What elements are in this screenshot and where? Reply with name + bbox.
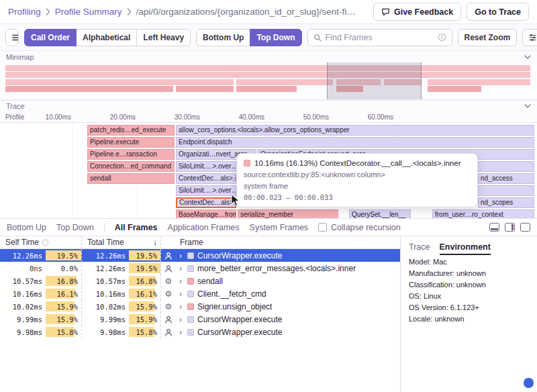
frame-header[interactable]: Frame	[176, 238, 400, 247]
reset-zoom-button[interactable]: Reset Zoom	[458, 29, 518, 46]
flame-frame[interactable]: nd_scopes	[478, 197, 534, 208]
flame-frame[interactable]: patch_redis…ed_execute	[87, 125, 175, 136]
flame-frame[interactable]: ContextDec…als>.i…	[176, 173, 236, 184]
maximize-panel-icon[interactable]	[520, 223, 530, 232]
table-row[interactable]: 0ns 0.0% 12.26ms 19.5% ›more_better_erro…	[0, 262, 400, 275]
detail-field-os-version: OS Version:6.1.123+	[409, 303, 529, 312]
tab-bottom-up[interactable]: Bottom Up	[7, 223, 46, 232]
expand-caret-icon[interactable]: ›	[177, 302, 184, 311]
expand-caret-icon[interactable]: ›	[177, 328, 184, 337]
flame-frame[interactable]: sendall	[87, 173, 175, 184]
view-bottom-up[interactable]: Bottom Up	[196, 29, 250, 46]
axis-tick-label: 50.00ms	[289, 113, 329, 121]
tab-system-frames[interactable]: System Frames	[250, 223, 309, 232]
system-frame-gear-icon: ⚙	[161, 275, 176, 287]
tab-top-down[interactable]: Top Down	[56, 223, 94, 232]
frame-cell: ›CursorWrapper.execute	[176, 326, 400, 338]
flame-frame[interactable]: Pipeline.e…ransaction	[87, 149, 175, 160]
chevron-right-icon	[46, 8, 50, 15]
table-row[interactable]: 10.16ms 16.1% 10.16ms 16.1% ⚙ ›Client.__…	[0, 287, 400, 300]
color-coding-selector[interactable]: Color Coding	[522, 29, 537, 46]
dock-bottom-icon[interactable]	[489, 223, 499, 232]
tab-all-frames[interactable]: All Frames	[115, 223, 158, 232]
total-time-header[interactable]: Total Time ↓	[82, 236, 161, 248]
table-row[interactable]: 12.26ms 19.5% 12.26ms 19.5% ›CursorWrapp…	[0, 249, 400, 262]
flame-frame[interactable]: SiloLimit.…>.over…	[176, 161, 236, 172]
flame-frame[interactable]: BaseManage…from_c…	[176, 209, 236, 218]
minimap-block	[236, 86, 297, 92]
tab-application-frames[interactable]: Application Frames	[168, 223, 240, 232]
minimap-viewport[interactable]	[327, 62, 422, 99]
flame-frame-hovered[interactable]: ContextDec…als>.i…	[176, 197, 236, 208]
self-weight-cell: 0.0%	[46, 262, 82, 275]
self-time-cell: 10.02ms	[0, 300, 46, 313]
flame-frame[interactable]: Pipeline.execute	[87, 137, 175, 148]
minimap-canvas[interactable]	[0, 62, 537, 100]
floating-scroll-indicator[interactable]	[524, 378, 534, 388]
tooltip-source: source:contextlib.py:85:<unknown column>	[244, 170, 471, 179]
frame-color-swatch	[187, 329, 194, 336]
expand-caret-icon[interactable]: ›	[177, 251, 184, 260]
breadcrumb-profiling[interactable]: Profiling	[8, 7, 41, 17]
thread-list-icon	[12, 34, 19, 41]
sorting-left-heavy[interactable]: Left Heavy	[136, 29, 191, 46]
frames-content: Self Time Total Time ↓ Frame 12.26ms 19.…	[0, 236, 537, 392]
find-frames-input[interactable]	[326, 33, 434, 42]
expand-caret-icon[interactable]: ›	[177, 289, 184, 299]
expand-caret-icon[interactable]: ›	[177, 277, 184, 286]
thread-selector[interactable]: uWSGIWor…	[5, 29, 19, 46]
self-time-cell: 9.98ms	[0, 326, 46, 338]
frame-color-swatch	[187, 291, 194, 297]
flame-frame[interactable]: nd_access	[478, 173, 534, 184]
flame-frame[interactable]: SiloLimit.…>.over…	[176, 185, 236, 196]
frames-panel-tabbar: Bottom Up Top Down All Frames Applicatio…	[0, 218, 537, 236]
frame-color-swatch	[187, 252, 194, 259]
table-row[interactable]: 9.99ms 15.9% 9.99ms 15.9% ›CursorWrapper…	[0, 313, 400, 326]
details-tab-environment[interactable]: Environment	[440, 242, 491, 255]
go-to-trace-button[interactable]: Go to Trace	[467, 3, 529, 21]
dock-right-icon[interactable]	[505, 223, 515, 232]
self-time-header[interactable]: Self Time	[0, 236, 82, 248]
view-top-down[interactable]: Top Down	[250, 29, 301, 46]
total-weight-cell: 15.9%	[129, 300, 161, 313]
minimap-block	[176, 86, 234, 92]
feedback-bubble-icon	[381, 7, 390, 16]
user-frame-icon	[161, 326, 176, 338]
frame-color-swatch	[187, 265, 194, 272]
axis-gridline	[72, 123, 73, 218]
sorting-call-order[interactable]: Call Order	[24, 29, 77, 46]
total-time-cell: 12.26ms	[82, 262, 129, 275]
total-time-cell: 10.57ms	[82, 275, 129, 287]
details-tab-trace[interactable]: Trace	[409, 242, 430, 255]
table-row[interactable]: 10.57ms 16.8% 10.57ms 16.8% ⚙ ›sendall	[0, 275, 400, 287]
info-icon	[438, 33, 446, 42]
table-row[interactable]: 9.98ms 15.8% 9.98ms 15.8% ›CursorWrapper…	[0, 326, 400, 338]
flame-frame[interactable]: Endpoint.dispatch	[176, 137, 534, 148]
tooltip-frame-type: system frame	[244, 182, 471, 190]
flame-frame[interactable]: Connection…ed_command	[87, 161, 175, 172]
frame-cell: ›Client.__fetch_cmd	[176, 287, 400, 300]
collapse-recursion-checkbox[interactable]	[318, 223, 327, 232]
expand-caret-icon[interactable]: ›	[177, 315, 184, 324]
total-weight-cell: 16.8%	[129, 275, 161, 287]
expand-caret-icon[interactable]: ›	[177, 264, 184, 273]
self-time-cell: 12.26ms	[0, 249, 46, 262]
flame-frame[interactable]: from_user…ro_context	[432, 209, 534, 218]
minimap-block	[428, 79, 530, 85]
self-time-cell: 10.16ms	[0, 287, 46, 300]
dock-controls	[489, 223, 530, 232]
total-time-cell: 10.16ms	[82, 287, 129, 300]
table-row[interactable]: 10.02ms 15.9% 10.02ms 15.9% ⚙ ›Signer.un…	[0, 300, 400, 313]
collapse-trace-chevron-icon[interactable]	[524, 104, 531, 108]
minimap-header: Minimap	[0, 51, 537, 62]
flame-frame[interactable]: allow_cors_options.<locals>.allow_cors_o…	[176, 125, 534, 136]
self-weight-cell: 15.9%	[46, 300, 82, 313]
collapse-minimap-chevron-icon[interactable]	[524, 55, 531, 59]
flamegraph[interactable]: patch_redis…ed_executeallow_cors_options…	[0, 123, 537, 218]
breadcrumb-profile-summary[interactable]: Profile Summary	[55, 7, 122, 17]
frame-details-panel: Trace Environment Model:Mac Manufacturer…	[401, 236, 537, 392]
flame-frame[interactable]: QuerySet.__len__	[349, 209, 411, 218]
sorting-alphabetical[interactable]: Alphabetical	[76, 29, 137, 46]
flame-frame[interactable]: serialize_member	[238, 209, 338, 218]
give-feedback-button[interactable]: Give Feedback	[373, 3, 461, 21]
